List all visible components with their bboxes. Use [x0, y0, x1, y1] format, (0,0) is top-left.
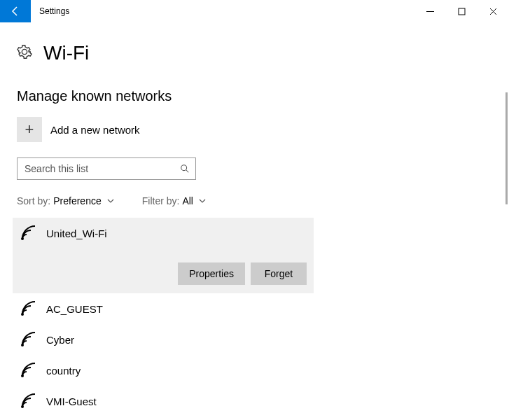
properties-button[interactable]: Properties [178, 262, 245, 285]
wifi-icon [20, 331, 36, 348]
search-input[interactable] [23, 162, 180, 175]
window-controls [414, 0, 509, 22]
network-name: United_Wi-Fi [46, 227, 107, 239]
back-button[interactable] [0, 0, 31, 22]
sort-value: Preference [53, 195, 101, 206]
sort-by-dropdown[interactable]: Sort by: Preference [17, 195, 114, 206]
maximize-button[interactable] [446, 0, 477, 22]
network-actions: PropertiesForget [20, 262, 307, 285]
search-box[interactable] [17, 158, 196, 180]
network-row: Cyber [20, 331, 485, 348]
svg-line-5 [186, 170, 189, 173]
scrollbar[interactable] [505, 92, 508, 204]
network-name: country [46, 365, 81, 377]
content-area: Wi-Fi Manage known networks + Add a new … [0, 22, 509, 414]
filter-by-dropdown[interactable]: Filter by: All [142, 195, 206, 206]
close-icon [489, 8, 497, 15]
gear-icon [17, 44, 32, 62]
minimize-icon [426, 8, 434, 15]
close-button[interactable] [477, 0, 509, 22]
chevron-down-icon [107, 197, 114, 204]
wifi-icon [20, 300, 36, 317]
page-header: Wi-Fi [17, 42, 492, 64]
search-icon [180, 164, 190, 174]
chevron-down-icon [199, 197, 206, 204]
minimize-button[interactable] [414, 0, 446, 22]
filter-label: Filter by: [142, 195, 180, 206]
svg-rect-1 [459, 8, 465, 15]
svg-point-4 [181, 165, 187, 171]
network-list: United_Wi-FiPropertiesForgetAC_GUESTCybe… [13, 218, 492, 414]
network-row: VMI-Guest [20, 393, 485, 410]
network-item[interactable]: country [13, 355, 492, 386]
subheading: Manage known networks [17, 88, 492, 104]
wifi-icon [20, 225, 36, 241]
plus-icon: + [17, 117, 42, 142]
filter-bar: Sort by: Preference Filter by: All [17, 195, 492, 206]
network-row: AC_GUEST [20, 300, 485, 317]
window-title: Settings [31, 0, 78, 22]
add-network-label: Add a new network [50, 124, 140, 136]
page-title: Wi-Fi [43, 42, 89, 64]
wifi-icon [20, 362, 36, 379]
arrow-left-icon [10, 6, 21, 17]
network-name: Cyber [46, 334, 74, 346]
network-name: VMI-Guest [46, 396, 97, 407]
add-network-button[interactable]: + Add a new network [17, 117, 492, 142]
network-item[interactable]: VMI-Guest [13, 386, 492, 414]
network-item[interactable]: AC_GUEST [13, 293, 492, 324]
network-item[interactable]: Cyber [13, 324, 492, 355]
forget-button[interactable]: Forget [251, 262, 307, 285]
sort-label: Sort by: [17, 195, 50, 206]
wifi-icon [20, 393, 36, 410]
titlebar: Settings [0, 0, 509, 22]
network-row: United_Wi-Fi [20, 225, 307, 241]
maximize-icon [458, 8, 466, 15]
network-name: AC_GUEST [46, 303, 103, 315]
filter-value: All [182, 195, 193, 206]
network-item[interactable]: United_Wi-FiPropertiesForget [13, 218, 314, 293]
network-row: country [20, 362, 485, 379]
